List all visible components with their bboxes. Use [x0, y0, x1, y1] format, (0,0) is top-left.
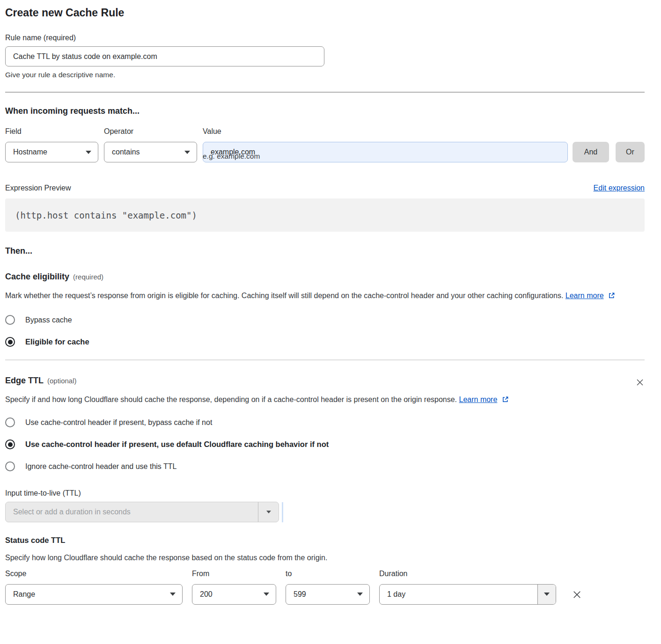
learn-more-link[interactable]: Learn more [566, 292, 604, 300]
from-label: From [192, 570, 276, 578]
optional-tag: (optional) [47, 377, 77, 385]
focus-caret [282, 502, 283, 522]
cache-eligibility-heading: Cache eligibility(required) [5, 272, 645, 282]
radio-label: Ignore cache-control header and use this… [25, 462, 176, 471]
radio-label: Use cache-control header if present, byp… [25, 418, 212, 427]
rule-name-value: Cache TTL by status code on example.com [13, 52, 157, 61]
chevron-down-icon[interactable] [537, 585, 556, 604]
external-link-icon [502, 396, 509, 403]
edge-ttl-description-text: Specify if and how long Cloudflare shoul… [5, 395, 457, 403]
radio-edge-ttl-bypass[interactable]: Use cache-control header if present, byp… [5, 417, 645, 427]
chevron-down-icon [357, 593, 363, 596]
cache-eligibility-title: Cache eligibility [5, 272, 69, 281]
cache-eligibility-description-text: Mark whether the request’s response from… [5, 292, 563, 300]
chevron-down-glyph [544, 593, 550, 596]
external-link-icon [608, 292, 615, 299]
status-code-ttl-row: Scope Range From 200 to 599 Duration 1 d… [5, 570, 645, 605]
expression-preview-row: Expression Preview Edit expression [5, 184, 645, 192]
ttl-input-row: Select or add a duration in seconds [5, 502, 645, 522]
edge-ttl-header: Edge TTL(optional) [5, 376, 645, 387]
from-select[interactable]: 200 [192, 584, 276, 605]
chevron-down-glyph [266, 511, 271, 513]
duration-label: Duration [379, 570, 556, 578]
radio-icon[interactable] [5, 315, 15, 325]
scope-select[interactable]: Range [5, 584, 183, 605]
value-label: Value [203, 127, 568, 136]
required-tag: (required) [73, 273, 103, 281]
cache-eligibility-description: Mark whether the request’s response from… [5, 289, 635, 302]
or-button[interactable]: Or [616, 142, 645, 162]
expression-code-block: (http.host contains "example.com") [5, 198, 645, 232]
chevron-down-icon[interactable] [258, 502, 279, 522]
radio-edge-ttl-default[interactable]: Use cache-control header if present, use… [5, 439, 645, 449]
chevron-down-icon [264, 593, 269, 596]
scope-label: Scope [5, 570, 183, 578]
chevron-down-icon [170, 593, 176, 596]
field-select-value: Hostname [13, 148, 81, 156]
expression-code: (http.host contains "example.com") [15, 210, 197, 220]
radio-icon[interactable] [5, 417, 15, 427]
radio-edge-ttl-ignore[interactable]: Ignore cache-control header and use this… [5, 461, 645, 471]
to-label: to [286, 570, 370, 578]
duration-combobox[interactable]: 1 day [379, 584, 556, 605]
from-select-value: 200 [200, 590, 259, 599]
operator-select[interactable]: contains [104, 142, 197, 162]
edge-ttl-description: Specify if and how long Cloudflare shoul… [5, 393, 520, 406]
expression-preview-label: Expression Preview [5, 184, 71, 192]
rule-name-helper: Give your rule a descriptive name. [5, 71, 645, 79]
operator-select-value: contains [112, 148, 180, 156]
radio-icon-selected[interactable] [5, 337, 15, 347]
chevron-down-icon [184, 151, 190, 154]
page-title: Create new Cache Rule [5, 7, 645, 19]
chevron-down-icon [86, 151, 91, 154]
status-code-ttl-heading: Status code TTL [5, 536, 645, 545]
value-helper: e.g. example.com [203, 152, 260, 161]
radio-icon[interactable] [5, 461, 15, 471]
field-select[interactable]: Hostname [5, 142, 98, 162]
ttl-duration-select[interactable]: Select or add a duration in seconds [5, 502, 279, 522]
edge-ttl-title: Edge TTL [5, 376, 44, 385]
radio-icon-selected[interactable] [5, 439, 15, 449]
radio-eligible-for-cache[interactable]: Eligible for cache [5, 337, 645, 347]
section-divider [5, 92, 645, 93]
to-select[interactable]: 599 [286, 584, 370, 605]
radio-bypass-cache[interactable]: Bypass cache [5, 315, 645, 325]
ttl-duration-placeholder: Select or add a duration in seconds [6, 502, 258, 522]
edit-expression-link[interactable]: Edit expression [594, 184, 645, 192]
section-divider [5, 359, 645, 360]
match-heading: When incoming requests match... [5, 106, 645, 116]
rule-name-label: Rule name (required) [5, 34, 645, 42]
operator-label: Operator [104, 127, 197, 136]
radio-label: Eligible for cache [25, 337, 89, 346]
close-icon[interactable] [635, 378, 645, 387]
match-row: Field Hostname Operator contains Value e… [5, 127, 645, 162]
and-button[interactable]: And [573, 142, 609, 162]
radio-label: Use cache-control header if present, use… [25, 440, 329, 449]
radio-label: Bypass cache [25, 316, 72, 324]
to-select-value: 599 [294, 590, 353, 599]
duration-value: 1 day [380, 585, 537, 604]
remove-row-x-icon[interactable] [572, 589, 582, 600]
status-code-ttl-description: Specify how long Cloudflare should cache… [5, 551, 645, 564]
ttl-input-label: Input time-to-live (TTL) [5, 489, 645, 498]
then-heading: Then... [5, 246, 645, 256]
edge-ttl-heading: Edge TTL(optional) [5, 376, 77, 386]
field-label: Field [5, 127, 98, 136]
learn-more-link[interactable]: Learn more [459, 395, 498, 403]
rule-name-input[interactable]: Cache TTL by status code on example.com [5, 46, 324, 66]
scope-select-value: Range [13, 590, 165, 599]
